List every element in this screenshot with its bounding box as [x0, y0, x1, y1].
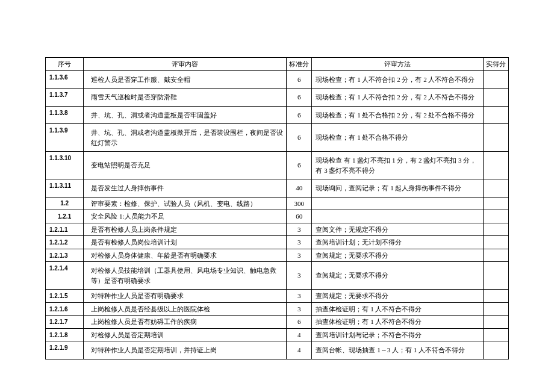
header-num: 序号	[46, 58, 84, 71]
row-method: 查阅规定；无要求不得分	[312, 262, 483, 290]
row-score: 6	[287, 70, 312, 89]
row-content: 对特种作业人员是否有明确要求	[84, 290, 287, 303]
table-row: 1.2.1安全风险 1:人员能力不足60	[46, 210, 509, 223]
row-content: 评审要素：检修、保护、试验人员（风机、变电、线路）	[84, 197, 287, 210]
row-score: 6	[287, 89, 312, 107]
row-num: 1.2.1.9	[46, 341, 84, 359]
row-actual	[483, 89, 508, 107]
table-row: 1.1.3.9井、坑、孔、洞或者沟道盖板揿开后，是否装设围栏，夜间是否设红灯警示…	[46, 124, 509, 152]
table-row: 1.2.1.3对检修人员身体健康、年龄是否有明确要求3查阅规定；无要求不得分	[46, 249, 509, 262]
header-actual: 实得分	[483, 58, 508, 71]
row-score: 6	[287, 124, 312, 152]
row-method: 现场检查；有 1 处不合格扣 2 分，有 2 处不合格不得分	[312, 106, 483, 124]
table-row: 1.2.1.4对检修人员技能培训（工器具使用、风电场专业知识、触电急救等）是否有…	[46, 262, 509, 290]
row-num: 1.2.1.3	[46, 249, 84, 262]
row-actual	[483, 70, 508, 89]
row-method: 查阅培训计划与记录；不符合不得分	[312, 328, 483, 341]
row-method: 现场检查；有 1 人不符合扣 2 分，有 2 人不符合不得分	[312, 70, 483, 89]
row-method: 查阅培训计划；无计划不得分	[312, 236, 483, 249]
row-score: 6	[287, 106, 312, 124]
row-content: 雨雪天气巡检时是否穿防滑鞋	[84, 89, 287, 107]
row-method: 查阅文件；无规定不得分	[312, 223, 483, 236]
row-method: 现场检查；有 1 处不合格不得分	[312, 124, 483, 152]
row-score: 40	[287, 179, 312, 198]
table-row: 1.1.3.10变电站照明是否充足6现场检查 有 1 盏灯不亮扣 1 分，有 2…	[46, 152, 509, 179]
row-content: 井、坑、孔、洞或者沟道盖板是否牢固盖好	[84, 106, 287, 124]
row-score: 3	[287, 262, 312, 290]
row-method: 抽查体检证明；有 1 人不符合不得分	[312, 302, 483, 316]
table-row: 1.1.3.11是否发生过人身摔伤事件40现场询问，查阅记录；有 1 起人身摔伤…	[46, 179, 509, 198]
row-score: 60	[287, 210, 312, 223]
row-actual	[483, 124, 508, 152]
row-method: 抽查体检证明；有 1 人不符合不得分	[312, 316, 483, 329]
row-num: 1.2.1.6	[46, 302, 84, 316]
row-content: 对检修人员是否定期培训	[84, 328, 287, 341]
row-score: 3	[287, 249, 312, 262]
table-row: 1.1.3.8井、坑、孔、洞或者沟道盖板是否牢固盖好6现场检查；有 1 处不合格…	[46, 106, 509, 124]
row-method: 现场询问，查阅记录；有 1 起人身摔伤事件不得分	[312, 179, 483, 198]
row-content: 是否发生过人身摔伤事件	[84, 179, 287, 198]
row-score: 3	[287, 223, 312, 236]
header-method: 评审方法	[312, 58, 483, 71]
row-content: 安全风险 1:人员能力不足	[84, 210, 287, 223]
row-score: 3	[287, 290, 312, 303]
row-num: 1.1.3.10	[46, 152, 84, 179]
row-content: 上岗检修人员是否有妨碍工作的疾病	[84, 316, 287, 329]
row-score: 3	[287, 302, 312, 316]
table-row: 1.2.1.9对特种作业人员是否定期培训，并持证上岗4查阅台帐、现场抽查 1～3…	[46, 341, 509, 359]
row-score: 3	[287, 236, 312, 249]
row-method: 现场检查 有 1 盏灯不亮扣 1 分，有 2 盏灯不亮扣 3 分，有 3 盏灯不…	[312, 152, 483, 179]
row-num: 1.2.1.4	[46, 262, 84, 290]
row-actual	[483, 262, 508, 290]
row-actual	[483, 179, 508, 198]
header-row: 序号 评审内容 标准分 评审方法 实得分	[46, 58, 509, 71]
row-num: 1.1.3.7	[46, 89, 84, 107]
row-content: 变电站照明是否充足	[84, 152, 287, 179]
row-num: 1.2.1.2	[46, 236, 84, 249]
row-num: 1.2.1.8	[46, 328, 84, 341]
row-actual	[483, 152, 508, 179]
table-row: 1.1.3.6巡检人员是否穿工作服、戴安全帽6现场检查；有 1 人不符合扣 2 …	[46, 70, 509, 89]
row-method: 查阅规定；无要求不得分	[312, 249, 483, 262]
row-actual	[483, 341, 508, 359]
row-score: 300	[287, 197, 312, 210]
table-row: 1.2评审要素：检修、保护、试验人员（风机、变电、线路）300	[46, 197, 509, 210]
row-num: 1.2.1.7	[46, 316, 84, 329]
row-num: 1.1.3.8	[46, 106, 84, 124]
row-score: 6	[287, 152, 312, 179]
row-actual	[483, 223, 508, 236]
row-score: 4	[287, 328, 312, 341]
table-row: 1.1.3.7雨雪天气巡检时是否穿防滑鞋6现场检查；有 1 人不符合扣 2 分，…	[46, 89, 509, 107]
row-score: 6	[287, 316, 312, 329]
row-num: 1.2	[46, 197, 84, 210]
table-row: 1.2.1.1是否有检修人员上岗条件规定3查阅文件；无规定不得分	[46, 223, 509, 236]
row-num: 1.2.1.1	[46, 223, 84, 236]
row-num: 1.2.1.5	[46, 290, 84, 303]
row-actual	[483, 316, 508, 329]
row-method	[312, 197, 483, 210]
row-content: 对特种作业人员是否定期培训，并持证上岗	[84, 341, 287, 359]
row-content: 巡检人员是否穿工作服、戴安全帽	[84, 70, 287, 89]
row-num: 1.1.3.6	[46, 70, 84, 89]
row-actual	[483, 302, 508, 316]
header-score: 标准分	[287, 58, 312, 71]
table-row: 1.2.1.7上岗检修人员是否有妨碍工作的疾病6抽查体检证明；有 1 人不符合不…	[46, 316, 509, 329]
row-actual	[483, 210, 508, 223]
row-num: 1.1.3.9	[46, 124, 84, 152]
row-content: 是否有检修人员上岗条件规定	[84, 223, 287, 236]
row-content: 对检修人员技能培训（工器具使用、风电场专业知识、触电急救等）是否有明确要求	[84, 262, 287, 290]
row-content: 是否有检修人员岗位培训计划	[84, 236, 287, 249]
row-actual	[483, 290, 508, 303]
row-method: 查阅规定；无要求不得分	[312, 290, 483, 303]
row-actual	[483, 249, 508, 262]
row-content: 上岗检修人员是否经县级以上的医院体检	[84, 302, 287, 316]
row-content: 对检修人员身体健康、年龄是否有明确要求	[84, 249, 287, 262]
row-actual	[483, 106, 508, 124]
table-row: 1.2.1.5对特种作业人员是否有明确要求3查阅规定；无要求不得分	[46, 290, 509, 303]
row-num: 1.1.3.11	[46, 179, 84, 198]
row-num: 1.2.1	[46, 210, 84, 223]
row-content: 井、坑、孔、洞或者沟道盖板揿开后，是否装设围栏，夜间是否设红灯警示	[84, 124, 287, 152]
header-content: 评审内容	[84, 58, 287, 71]
table-row: 1.2.1.6上岗检修人员是否经县级以上的医院体检3抽查体检证明；有 1 人不符…	[46, 302, 509, 316]
row-method: 现场检查；有 1 人不符合扣 2 分，有 2 人不符合不得分	[312, 89, 483, 107]
